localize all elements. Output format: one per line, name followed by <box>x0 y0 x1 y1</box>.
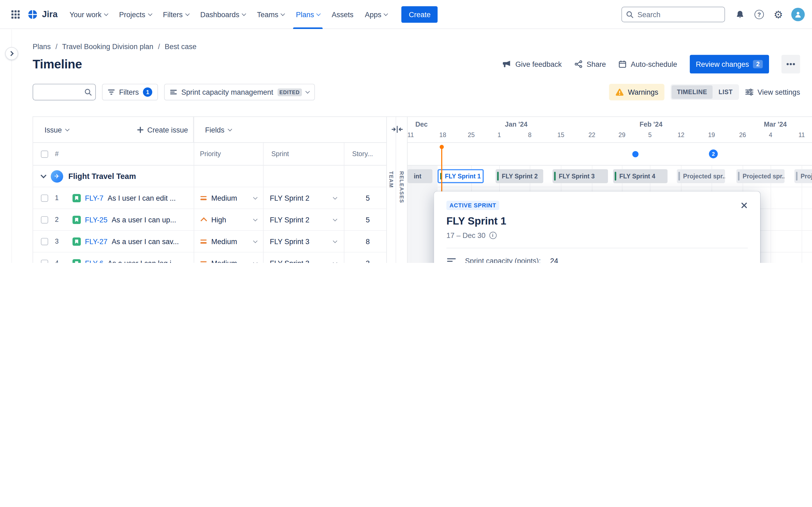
priority-select[interactable]: High <box>194 209 263 230</box>
more-options-button[interactable] <box>781 55 800 73</box>
auto-schedule-button[interactable]: Auto-schedule <box>618 60 677 68</box>
issue-row[interactable]: 4 FLY-6 As a user I can log i... Medium … <box>33 252 386 263</box>
date-tick: 12 <box>677 131 684 139</box>
team-group-row[interactable]: Flight Travel Team <box>33 166 386 187</box>
sprint-chip[interactable]: FLY Sprint 3 <box>553 169 608 183</box>
view-edited-badge: EDITED <box>277 88 302 96</box>
issue-key-link[interactable]: FLY-6 <box>85 259 103 263</box>
chevron-down-icon <box>253 260 257 263</box>
give-feedback-button[interactable]: Give feedback <box>502 60 562 68</box>
select-all-checkbox[interactable] <box>41 151 48 158</box>
sprint-select[interactable]: FLY Sprint 2 <box>263 187 344 209</box>
row-checkbox[interactable] <box>41 260 48 263</box>
timeline-mode-button[interactable]: TIMELINE <box>672 85 712 99</box>
issue-row[interactable]: 1 FLY-7 As I user I can edit ... Medium … <box>33 187 386 209</box>
create-button[interactable]: Create <box>401 6 438 22</box>
release-marker-dot[interactable] <box>632 151 639 157</box>
row-checkbox[interactable] <box>41 238 48 245</box>
sprint-chip[interactable]: FLY Sprint 1 <box>438 169 484 183</box>
story-points-field[interactable]: 5 <box>344 215 387 224</box>
issue-cell: 4 FLY-6 As a user I can log i... <box>33 252 194 263</box>
jira-logo[interactable]: Jira <box>27 9 57 20</box>
story-icon <box>72 237 81 245</box>
breadcrumb-link-scenario[interactable]: Best case <box>153 42 197 51</box>
breadcrumb-link-plan-name[interactable]: Travel Booking Division plan <box>51 42 153 51</box>
sprint-chip[interactable]: FLY Sprint 2 <box>496 169 543 183</box>
issue-key-link[interactable]: FLY-7 <box>85 194 103 202</box>
issue-row[interactable]: 3 FLY-27 As a user I can sav... Medium F… <box>33 231 386 252</box>
issue-key-link[interactable]: FLY-27 <box>85 237 107 245</box>
releases-column-strip: RELEASES <box>396 117 407 263</box>
issue-cell: 1 FLY-7 As I user I can edit ... <box>33 187 194 209</box>
sprint-chip[interactable]: Projected spr... <box>677 169 725 183</box>
app-switcher-icon[interactable] <box>7 6 24 22</box>
month-label: Mar '24 <box>764 120 787 128</box>
issue-row[interactable]: 2 FLY-25 As a user I can up... High FLY … <box>33 209 386 231</box>
nav-item-projects[interactable]: Projects <box>113 0 157 29</box>
story-icon <box>72 215 81 224</box>
priority-select[interactable]: Medium <box>194 252 263 263</box>
notifications-bell-icon[interactable] <box>732 6 748 22</box>
column-divider <box>344 143 345 263</box>
expand-sidebar-button[interactable] <box>5 47 18 60</box>
chevron-down-icon <box>253 195 257 199</box>
share-button[interactable]: Share <box>574 60 606 68</box>
view-settings-button[interactable]: View settings <box>745 88 800 96</box>
sprint-select[interactable]: FLY Sprint 2 <box>263 209 344 230</box>
story-points-field[interactable]: 3 <box>344 259 387 263</box>
sprint-chip[interactable]: Proj... <box>794 169 812 183</box>
date-tick: 11 <box>798 131 805 139</box>
fields-menu[interactable]: Fields <box>205 125 232 134</box>
sprint-chip[interactable]: int <box>408 169 433 183</box>
nav-item-teams[interactable]: Teams <box>251 0 290 29</box>
info-icon[interactable] <box>489 232 497 239</box>
sprint-chip[interactable]: FLY Sprint 4 <box>613 169 667 183</box>
release-marker-count[interactable]: 2 <box>709 150 718 158</box>
nav-item-your-work[interactable]: Your work <box>64 0 114 29</box>
nav-item-assets[interactable]: Assets <box>326 0 359 29</box>
close-popup-button[interactable] <box>741 202 748 209</box>
column-header-row: # Priority Sprint Story... <box>33 143 386 166</box>
sprint-select[interactable]: FLY Sprint 3 <box>263 231 344 252</box>
nav-item-dashboards[interactable]: Dashboards <box>195 0 251 29</box>
list-mode-button[interactable]: LIST <box>713 85 738 99</box>
chevron-down-icon <box>384 11 388 15</box>
nav-item-apps[interactable]: Apps <box>359 0 393 29</box>
collapse-fields-button[interactable] <box>391 125 404 135</box>
row-number: 3 <box>55 237 72 245</box>
sprint-select[interactable]: FLY Sprint 3 <box>263 252 344 263</box>
priority-select[interactable]: Medium <box>194 231 263 252</box>
saved-view-dropdown[interactable]: Sprint capacity management EDITED <box>164 84 315 100</box>
sprint-chip[interactable]: Projected spr... <box>736 169 784 183</box>
warnings-button[interactable]: Warnings <box>609 84 665 100</box>
settings-gear-icon[interactable] <box>770 6 787 22</box>
column-divider <box>194 117 194 263</box>
row-checkbox[interactable] <box>41 216 48 223</box>
sprint-chips-row: intFLY Sprint 1FLY Sprint 2FLY Sprint 3F… <box>408 166 812 187</box>
global-search-input[interactable] <box>621 6 725 22</box>
breadcrumb-link-plans[interactable]: Plans <box>33 42 51 51</box>
story-points-field[interactable]: 8 <box>344 237 387 245</box>
row-checkbox[interactable] <box>41 194 48 202</box>
issue-cell: 2 FLY-25 As a user I can up... <box>33 209 194 230</box>
story-points-field[interactable]: 5 <box>344 194 387 202</box>
collapse-group-chevron-icon[interactable] <box>41 172 46 178</box>
issue-key-link[interactable]: FLY-25 <box>85 215 107 224</box>
nav-item-filters[interactable]: Filters <box>157 0 194 29</box>
toolbar-right: Warnings TIMELINE LIST View settings <box>609 84 800 100</box>
plus-icon <box>138 127 144 133</box>
review-changes-button[interactable]: Review changes 2 <box>690 55 769 73</box>
user-avatar[interactable] <box>791 7 805 21</box>
medium-priority-icon <box>200 238 207 245</box>
date-tick: 19 <box>708 131 715 139</box>
chevron-down-icon <box>104 11 108 15</box>
issue-column-menu[interactable]: Issue <box>45 125 69 134</box>
date-tick: 4 <box>769 131 772 139</box>
date-tick: 5 <box>648 131 652 139</box>
create-issue-button[interactable]: Create issue <box>138 125 188 134</box>
help-icon[interactable] <box>751 6 767 22</box>
row-number: 1 <box>55 194 72 202</box>
filters-button[interactable]: Filters 1 <box>102 84 158 100</box>
priority-select[interactable]: Medium <box>194 187 263 209</box>
nav-item-plans[interactable]: Plans <box>290 0 326 29</box>
